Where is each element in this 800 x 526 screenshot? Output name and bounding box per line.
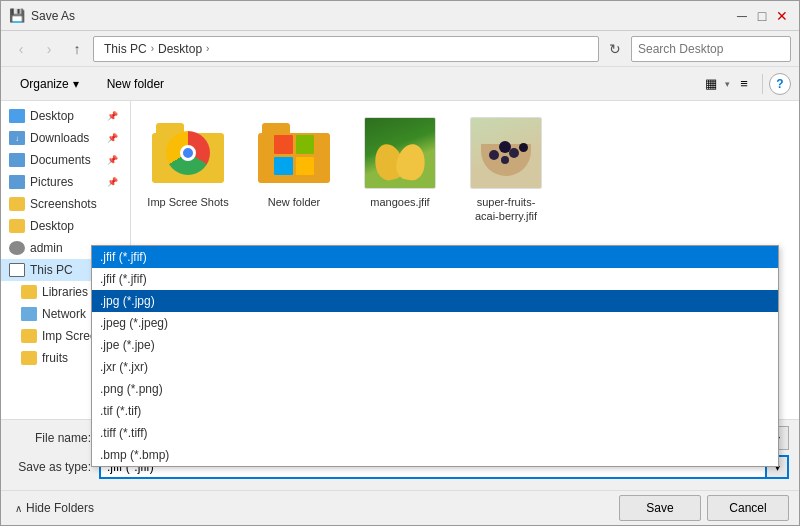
pictures-icon <box>9 175 25 189</box>
search-box[interactable]: 🔍 <box>631 36 791 62</box>
view-buttons: ▦ ▾ ≡ ? <box>699 72 791 96</box>
window-title: Save As <box>31 9 75 23</box>
back-button[interactable]: ‹ <box>9 37 33 61</box>
organize-button[interactable]: Organize ▾ <box>9 71 90 97</box>
path-chevron-2: › <box>206 43 209 54</box>
address-bar: ‹ › ↑ This PC › Desktop › ↻ 🔍 <box>1 31 799 67</box>
large-icons-view-button[interactable]: ▦ <box>699 72 723 96</box>
toolbar-separator <box>762 74 763 94</box>
filename-label: File name: <box>11 431 91 445</box>
documents-icon <box>9 153 25 167</box>
dropdown-item-jpeg[interactable]: .jpeg (*.jpeg) <box>92 312 778 334</box>
save-as-dialog: 💾 Save As ─ □ ✕ ‹ › ↑ This PC › Desktop … <box>0 0 800 526</box>
view-dropdown-icon: ▾ <box>725 79 730 89</box>
sidebar-item-desktop-top[interactable]: Desktop 📌 <box>1 105 130 127</box>
desktop2-icon <box>9 219 25 233</box>
refresh-button[interactable]: ↻ <box>603 37 627 61</box>
organize-arrow-icon: ▾ <box>73 77 79 91</box>
desktop-icon <box>9 109 25 123</box>
toolbar: Organize ▾ New folder ▦ ▾ ≡ ? <box>1 67 799 101</box>
dropdown-item-bmp[interactable]: .bmp (*.bmp) <box>92 444 778 466</box>
save-button[interactable]: Save <box>619 495 701 521</box>
screenshots-icon <box>9 197 25 211</box>
details-icon: ≡ <box>740 76 748 91</box>
super-fruits-icon <box>470 117 542 189</box>
title-bar: 💾 Save As ─ □ ✕ <box>1 1 799 31</box>
hide-folders-label: Hide Folders <box>26 501 94 515</box>
bottom-section: File name: ▾ Save as type: ▾ .jfif (*.jf… <box>1 419 799 525</box>
network-icon <box>21 307 37 321</box>
hide-folders-chevron-icon: ∧ <box>15 503 22 514</box>
this-pc-icon <box>9 263 25 277</box>
savetype-label: Save as type: <box>11 460 91 474</box>
title-bar-controls: ─ □ ✕ <box>733 7 791 25</box>
file-item-super-fruits[interactable]: super-fruits-acai-berry.jfif <box>461 113 551 228</box>
libraries-icon <box>21 285 37 299</box>
imp-scree-shots-label: Imp Scree Shots <box>147 195 228 209</box>
up-button[interactable]: ↑ <box>65 37 89 61</box>
close-button[interactable]: ✕ <box>773 7 791 25</box>
imp-shots-icon <box>21 329 37 343</box>
new-folder-icon <box>258 117 330 189</box>
bottom-footer: ∧ Hide Folders Save Cancel <box>1 490 799 525</box>
sidebar-item-screenshots[interactable]: Screenshots <box>1 193 130 215</box>
file-item-mangoes[interactable]: mangoes.jfif <box>355 113 445 228</box>
search-input[interactable] <box>632 42 794 56</box>
pin-icon-2: 📌 <box>107 133 118 143</box>
sidebar-item-desktop[interactable]: Desktop <box>1 215 130 237</box>
dropdown-item-jfif1[interactable]: .jfif (*.jfif) <box>92 246 778 268</box>
savetype-dropdown[interactable]: .jfif (*.jfif) .jfif (*.jfif) .jpg (*.jp… <box>91 245 779 467</box>
title-bar-left: 💾 Save As <box>9 8 75 23</box>
mangoes-label: mangoes.jfif <box>370 195 429 209</box>
downloads-icon: ↓ <box>9 131 25 145</box>
dropdown-item-jxr[interactable]: .jxr (*.jxr) <box>92 356 778 378</box>
path-chevron-1: › <box>151 43 154 54</box>
dropdown-item-jpg[interactable]: .jpg (*.jpg) <box>92 290 778 312</box>
sidebar-item-pictures[interactable]: Pictures 📌 <box>1 171 130 193</box>
imp-scree-shots-icon <box>152 117 224 189</box>
help-button[interactable]: ? <box>769 73 791 95</box>
dropdown-item-jpe[interactable]: .jpe (*.jpe) <box>92 334 778 356</box>
address-path[interactable]: This PC › Desktop › <box>93 36 599 62</box>
file-item-new-folder[interactable]: New folder <box>249 113 339 228</box>
search-icon: 🔍 <box>794 42 800 56</box>
large-icons-icon: ▦ <box>705 76 717 91</box>
path-this-pc: This PC <box>104 42 147 56</box>
super-fruits-label: super-fruits-acai-berry.jfif <box>465 195 547 224</box>
pin-icon-4: 📌 <box>107 177 118 187</box>
hide-folders-toggle[interactable]: ∧ Hide Folders <box>11 495 94 521</box>
minimize-button[interactable]: ─ <box>733 7 751 25</box>
action-buttons: Save Cancel <box>619 495 789 521</box>
mangoes-icon <box>364 117 436 189</box>
admin-icon <box>9 241 25 255</box>
path-desktop: Desktop <box>158 42 202 56</box>
pin-icon-3: 📌 <box>107 155 118 165</box>
fruits-icon <box>21 351 37 365</box>
new-folder-button[interactable]: New folder <box>96 71 175 97</box>
forward-button[interactable]: › <box>37 37 61 61</box>
pin-icon: 📌 <box>107 111 118 121</box>
dropdown-item-png[interactable]: .png (*.png) <box>92 378 778 400</box>
dropdown-item-jfif2[interactable]: .jfif (*.jfif) <box>92 268 778 290</box>
maximize-button[interactable]: □ <box>753 7 771 25</box>
sidebar-item-documents[interactable]: Documents 📌 <box>1 149 130 171</box>
dropdown-item-tiff[interactable]: .tiff (*.tiff) <box>92 422 778 444</box>
cancel-button[interactable]: Cancel <box>707 495 789 521</box>
sidebar-item-downloads[interactable]: ↓ Downloads 📌 <box>1 127 130 149</box>
details-view-button[interactable]: ≡ <box>732 72 756 96</box>
dropdown-item-tif[interactable]: .tif (*.tif) <box>92 400 778 422</box>
new-folder-label: New folder <box>268 195 321 209</box>
file-item-imp-scree-shots[interactable]: Imp Scree Shots <box>143 113 233 228</box>
